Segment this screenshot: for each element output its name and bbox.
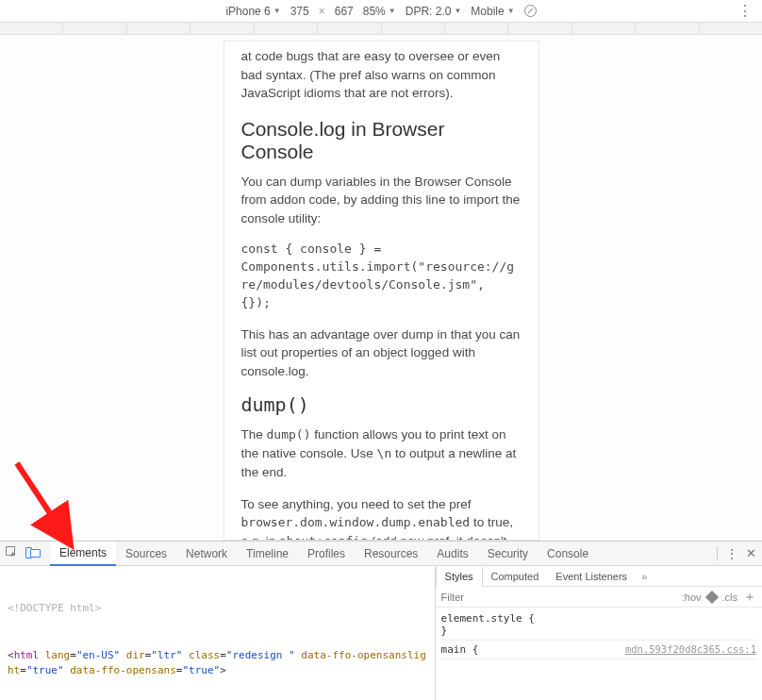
section-heading: dump()	[241, 393, 522, 416]
emulated-viewport: at code bugs that are easy to oversee or…	[0, 35, 762, 541]
toggle-device-toolbar-icon[interactable]	[25, 547, 41, 559]
device-frame[interactable]: at code bugs that are easy to oversee or…	[224, 41, 539, 541]
zoom-select[interactable]: 85% ▼	[363, 5, 396, 18]
devtools-tabbar: Elements Sources Network Timeline Profil…	[0, 542, 762, 566]
devtools-panel: Elements Sources Network Timeline Profil…	[0, 541, 762, 700]
tab-timeline[interactable]: Timeline	[237, 542, 298, 565]
viewport-width[interactable]: 375	[290, 5, 309, 18]
ruler	[0, 23, 762, 35]
new-rule-icon[interactable]: ＋	[743, 589, 756, 606]
chevron-down-icon: ▼	[507, 7, 515, 15]
tab-security[interactable]: Security	[478, 542, 538, 565]
dpr-select[interactable]: DPR: 2.0 ▼	[406, 5, 462, 18]
body-text: To see anything, you need to set the pre…	[241, 495, 522, 541]
code-block: const { console } = Components.utils.imp…	[241, 241, 522, 311]
chevron-down-icon: ▼	[389, 7, 396, 15]
dom-tree[interactable]: <!DOCTYPE html> <html lang="en-US" dir="…	[0, 566, 435, 700]
styles-filter-input[interactable]	[441, 592, 676, 603]
styles-rule-list[interactable]: element.style { } main { mdn.593f20d8c36…	[436, 608, 762, 700]
tab-audits[interactable]: Audits	[427, 542, 477, 565]
chevron-down-icon: ▼	[273, 7, 281, 15]
body-text: You can dump variables in the Browser Co…	[241, 173, 522, 228]
styles-pane: Styles Computed Event Listeners » :hov .…	[435, 566, 762, 700]
styles-tab-styles[interactable]: Styles	[436, 567, 483, 587]
styles-tab-computed[interactable]: Computed	[483, 566, 548, 586]
devtools-more-icon[interactable]: ⋮	[725, 546, 738, 561]
ua-type-label: Mobile	[471, 5, 504, 18]
body-text: The dump() function allows you to print …	[241, 425, 522, 481]
ua-type-select[interactable]: Mobile ▼	[471, 5, 514, 18]
tab-network[interactable]: Network	[176, 542, 237, 565]
device-select-label: iPhone 6	[225, 5, 270, 18]
tab-resources[interactable]: Resources	[355, 542, 427, 565]
style-rule[interactable]: element.style { }	[441, 609, 756, 641]
tab-profiles[interactable]: Profiles	[298, 542, 355, 565]
viewport-height[interactable]: 667	[335, 5, 354, 18]
inspect-element-icon[interactable]	[6, 546, 20, 560]
no-throttle-icon[interactable]	[524, 5, 537, 17]
style-rule[interactable]: main { mdn.593f20d8c365.css:1	[441, 641, 756, 659]
dpr-select-label: DPR: 2.0	[406, 5, 452, 18]
section-heading: Console.log in Browser Console	[241, 118, 522, 163]
styles-more-tabs-icon[interactable]: »	[636, 571, 653, 582]
tab-console[interactable]: Console	[538, 542, 598, 565]
tab-sources[interactable]: Sources	[116, 542, 176, 565]
more-options-icon[interactable]: ⋮	[737, 2, 753, 20]
devtools-close-icon[interactable]: ✕	[746, 546, 756, 560]
devtools-tab-list: Elements Sources Network Timeline Profil…	[50, 542, 598, 565]
styles-tab-event-listeners[interactable]: Event Listeners	[547, 566, 636, 586]
dimension-separator: ×	[319, 5, 325, 18]
body-text: This has an advantage over dump in that …	[241, 325, 522, 381]
stylesheet-link[interactable]: mdn.593f20d8c365.css:1	[625, 643, 756, 655]
device-select[interactable]: iPhone 6 ▼	[225, 5, 280, 18]
separator	[717, 546, 718, 561]
cls-toggle[interactable]: .cls	[722, 592, 738, 603]
body-text: at code bugs that are easy to oversee or…	[241, 47, 522, 103]
tab-elements[interactable]: Elements	[50, 542, 116, 566]
zoom-select-label: 85%	[363, 5, 386, 18]
hov-toggle[interactable]: :hov	[682, 592, 702, 603]
device-toolbar: iPhone 6 ▼ 375 × 667 85% ▼ DPR: 2.0 ▼ Mo…	[0, 0, 762, 23]
chevron-down-icon: ▼	[454, 7, 461, 15]
diamond-icon[interactable]	[704, 590, 718, 603]
